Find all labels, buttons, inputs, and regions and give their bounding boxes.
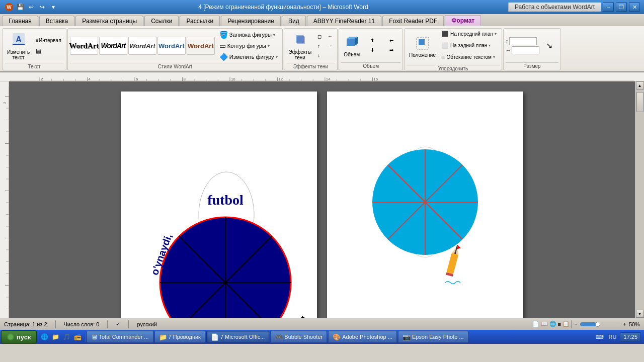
change-shape-dropdown[interactable]: 🔷 Изменить фигуру ▾ [217, 52, 280, 62]
volume-tilt-right-btn[interactable]: ➡ [382, 46, 400, 55]
align-btn[interactable]: ▤ [33, 46, 64, 56]
office-button[interactable]: W [4, 2, 14, 12]
view-reading-icon[interactable]: 📖 [541, 321, 548, 327]
total-commander-icon: 🖥 [91, 333, 98, 341]
size-inputs: ↕ 1,82 см ↔ 2,97 см [506, 37, 539, 54]
svg-rect-11 [419, 39, 425, 45]
wordart-style-5[interactable]: WordArt [187, 37, 215, 55]
undo-quick-btn[interactable]: ↩ [26, 2, 36, 12]
wordart-style-2[interactable]: WordArt [99, 37, 127, 55]
tab-mailings[interactable]: Рассылки [180, 16, 220, 26]
volume-tilt-up-btn[interactable]: ⬆ [363, 36, 381, 45]
wrap-dropdown[interactable]: ≡ Обтекание текстом ▾ [439, 53, 500, 64]
customize-quick-btn[interactable]: ▾ [48, 2, 58, 12]
svg-text:2: 2 [41, 76, 43, 81]
lang-status: русский [137, 321, 156, 327]
wordart-style-4[interactable]: WordArt [157, 37, 186, 55]
taskbar-photoshop[interactable]: 🎨 Adobe Photoshop ... [328, 331, 397, 343]
tab-foxit[interactable]: Foxit Reader PDF [382, 16, 444, 26]
scroll-up-btn[interactable]: ▲ [636, 81, 644, 89]
view-normal-icon[interactable]: 📄 [532, 321, 539, 327]
position-label: Положение [409, 52, 436, 58]
zoom-in-btn[interactable]: ＋ [622, 320, 627, 328]
system-clock[interactable]: 17:25 [620, 332, 641, 341]
zoom-out-btn[interactable]: － [573, 320, 579, 328]
volume-tilt-down-btn[interactable]: ⬇ [363, 46, 381, 55]
taskbar: пуск 🌐 📁 🎵 📻 🖥 Total Commander ... 📁 7 П… [0, 330, 644, 344]
tab-abbyy[interactable]: ABBYY FineReader 11 [307, 16, 382, 26]
scroll-thumb[interactable] [636, 92, 643, 112]
shadow-down-btn[interactable]: ↓ [315, 51, 324, 60]
volume-btn[interactable]: Объем [341, 32, 362, 59]
position-btn[interactable]: Положение [407, 35, 438, 59]
tab-view[interactable]: Вид [282, 16, 306, 26]
epson-icon: 📷 [403, 333, 411, 341]
back-dropdown[interactable]: ⬜ На задний план ▾ [439, 41, 500, 52]
taskbar-bubble-shooter[interactable]: 🎮 Bubble Shooter [270, 331, 327, 343]
tab-layout[interactable]: Разметка страницы [75, 16, 143, 26]
shadow-group-content: Эффектытени ◻ ↑ ↓ ← → [286, 30, 335, 62]
align-icon: ▤ [36, 47, 41, 54]
view-draft-icon[interactable]: 📋 [562, 321, 570, 327]
position-icon [416, 36, 430, 52]
svg-rect-108 [446, 253, 458, 274]
size-group-content: ↕ 1,82 см ↔ 2,97 см ↘ [506, 30, 558, 61]
taskbar-total-commander[interactable]: 🖥 Total Commander ... [87, 331, 153, 343]
outline-shape-dropdown[interactable]: ▭ Контур фигуры ▾ [217, 41, 280, 51]
wordart-style-3[interactable]: WordArt [128, 37, 156, 55]
size-expand-btn[interactable]: ↘ [540, 39, 558, 52]
restore-btn[interactable]: ❐ [616, 3, 627, 12]
save-quick-btn[interactable]: 💾 [15, 2, 25, 12]
page-status: Страница: 1 из 2 [4, 321, 47, 327]
explorer-label: 7 Проводник [169, 334, 201, 340]
page-1-content: futbol o'ynaydi, musobaqada dam Dam qatn… [121, 92, 317, 318]
folder-quicklaunch-btn[interactable]: 📁 [51, 332, 61, 342]
taskbar-explorer[interactable]: 📁 7 Проводник [154, 331, 205, 343]
spell-icon: ✓ [116, 321, 120, 327]
zoom-slider[interactable] [580, 322, 620, 326]
shadow-effects-btn[interactable]: Эффектытени [286, 30, 314, 62]
shadow-right-btn[interactable]: → [325, 41, 335, 50]
taskbar-epson[interactable]: 📷 Epson Easy Photo ... [398, 331, 468, 343]
scroll-down-btn[interactable]: ▼ [636, 310, 644, 318]
redo-quick-btn[interactable]: ↪ [37, 2, 47, 12]
shadow-up-btn[interactable]: ↑ [315, 41, 324, 50]
start-button[interactable]: пуск [1, 330, 37, 343]
height-input[interactable]: 1,82 см [509, 37, 537, 45]
view-web-icon[interactable]: 🌐 [549, 321, 556, 327]
tab-references[interactable]: Ссылки [144, 16, 179, 26]
media2-quicklaunch-btn[interactable]: 📻 [73, 332, 83, 342]
minimize-btn[interactable]: – [603, 3, 614, 12]
explorer-icon: 📁 [159, 333, 167, 341]
bubble-shooter-icon: 🎮 [275, 333, 283, 341]
change-text-btn[interactable]: A Изменитьтекст [5, 30, 32, 62]
volume-tilt-left-btn[interactable]: ⬅ [382, 36, 400, 45]
width-input[interactable]: 2,97 см [512, 46, 539, 54]
fill-shape-dropdown[interactable]: 🪣 Заливка фигуры ▾ [217, 30, 280, 40]
spacing-btn[interactable]: ≡ Интервал [33, 36, 64, 45]
shadow-toggle-btn[interactable]: ◻ [315, 32, 324, 41]
tray-keyboard[interactable]: ⌨ [594, 334, 605, 340]
tab-insert[interactable]: Вставка [39, 16, 75, 26]
tab-review[interactable]: Рецензирование [221, 16, 281, 26]
status-divider-1 [55, 320, 56, 328]
svg-text:W: W [7, 5, 12, 10]
view-outline-icon[interactable]: ≡ [558, 321, 561, 327]
wordart-style-1[interactable]: WordArt [70, 37, 98, 55]
ie-quicklaunch-btn[interactable]: 🌐 [40, 332, 50, 342]
front-dropdown[interactable]: ⬛ На передний план ▾ [439, 30, 500, 41]
change-shape-label: Изменить фигуру [229, 54, 274, 60]
tab-home[interactable]: Главная [2, 16, 38, 26]
close-btn[interactable]: ✕ [629, 3, 640, 12]
fill-shape-label: Заливка фигуры [229, 32, 272, 38]
spacing-label: Интервал [39, 38, 61, 43]
tray-ru-lang[interactable]: RU [607, 334, 618, 340]
shadow-left-btn[interactable]: ← [325, 32, 335, 41]
tab-format[interactable]: Формат [445, 15, 481, 26]
media-quicklaunch-btn[interactable]: 🎵 [62, 332, 72, 342]
wrap-icon: ≡ [442, 54, 445, 60]
status-divider-zoom [571, 320, 572, 328]
right-scrollbar[interactable]: ▲ ▼ [635, 81, 644, 318]
scroll-track[interactable] [636, 89, 644, 310]
taskbar-word[interactable]: 📄 7 Microsoft Offic... [206, 331, 269, 343]
